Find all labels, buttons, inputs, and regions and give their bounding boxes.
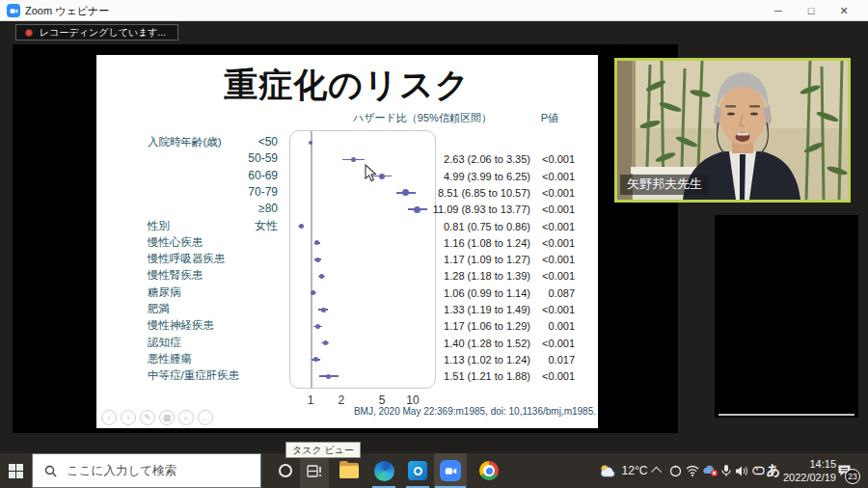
- hr-value: 1.06 (0.99 to 1.14): [415, 286, 530, 300]
- chrome-button[interactable]: [473, 453, 505, 488]
- hr-marker: [311, 290, 315, 295]
- close-button[interactable]: ✕: [827, 0, 860, 21]
- hr-value: 8.51 (6.85 to 10.57): [415, 186, 530, 200]
- minimize-button[interactable]: ─: [762, 0, 795, 21]
- row-group-label: 慢性神経疾患: [148, 318, 214, 333]
- hr-marker: [314, 240, 319, 245]
- window-titlebar: Zoom ウェビナー ─ □ ✕: [0, 0, 868, 21]
- hr-marker: [379, 174, 385, 179]
- mouse-cursor: [365, 164, 377, 186]
- windows-logo-icon: [9, 464, 23, 478]
- hr-value: 1.17 (1.09 to 1.27): [415, 253, 530, 266]
- citation-text: BMJ, 2020 May 22:369:m1985, doi: 10,1136…: [354, 406, 596, 417]
- p-value: 0.017: [532, 353, 575, 366]
- zoom-camera-icon: [440, 460, 461, 481]
- hr-marker: [351, 157, 356, 162]
- row-sub-label: 女性: [201, 219, 278, 233]
- outlook-button[interactable]: [401, 453, 434, 488]
- hr-value: 1.51 (1.21 to 1.88): [415, 369, 530, 383]
- p-value: <0.001: [532, 186, 575, 200]
- maximize-button[interactable]: □: [795, 0, 827, 21]
- chrome-icon: [479, 461, 499, 480]
- cloud-error-icon: [702, 464, 719, 477]
- microphone-button[interactable]: [719, 453, 733, 488]
- hr-value: 1.33 (1.19 to 1.49): [415, 303, 530, 316]
- hr-value: 11.09 (8.93 to 13.77): [415, 203, 530, 216]
- search-input[interactable]: [65, 463, 238, 478]
- p-value: 0.087: [532, 286, 575, 300]
- panel-scrollbar[interactable]: [719, 414, 854, 416]
- speaker-icon: [735, 465, 749, 477]
- reference-marker: [309, 141, 312, 145]
- hr-marker: [319, 274, 324, 279]
- recording-indicator[interactable]: レコーディングしています...: [15, 24, 178, 41]
- empty-video-panel: [715, 215, 858, 418]
- hr-value: 4.99 (3.99 to 6.25): [415, 170, 530, 183]
- cortana-button[interactable]: [271, 453, 300, 488]
- taskbar-clock[interactable]: 14:15 2022/02/19: [783, 457, 836, 484]
- chevron-up-icon: [651, 467, 662, 477]
- weather-widget[interactable]: [596, 453, 619, 488]
- hr-marker: [315, 324, 320, 329]
- notification-count-badge[interactable]: 23: [845, 469, 860, 484]
- row-group-label: 肥満: [148, 302, 170, 316]
- file-explorer-icon: [339, 463, 359, 478]
- speaker-video-tile[interactable]: 矢野邦夫先生: [614, 58, 851, 203]
- p-value: <0.001: [532, 170, 575, 183]
- row-sub-label: 50-59: [201, 151, 278, 166]
- taskbar-search[interactable]: [32, 453, 261, 488]
- volume-button[interactable]: [733, 453, 750, 488]
- taskview-icon: [307, 464, 323, 478]
- row-group-label: 慢性腎疾患: [148, 268, 203, 283]
- p-value: <0.001: [532, 369, 575, 383]
- p-value: <0.001: [532, 337, 575, 350]
- clock-time: 14:15: [783, 457, 836, 471]
- p-value: <0.001: [532, 303, 575, 316]
- device-icon: [752, 466, 765, 475]
- axis-tick: 10: [403, 393, 422, 407]
- window-title: Zoom ウェビナー: [25, 4, 109, 18]
- row-group-label: 中等症/重症肝疾患: [148, 368, 239, 383]
- recording-label: レコーディングしています...: [40, 26, 166, 40]
- temperature-display[interactable]: 12°C: [620, 453, 649, 488]
- hr-marker: [326, 374, 331, 379]
- clock-date: 2022/02/19: [783, 471, 836, 484]
- hr-value: 1.16 (1.08 to 1.24): [415, 236, 530, 250]
- hr-value: 1.40 (1.28 to 1.52): [415, 337, 530, 350]
- tray-expand-button[interactable]: [650, 453, 665, 488]
- windows-taskbar: 12°C: [0, 453, 868, 488]
- onedrive-button[interactable]: [701, 453, 719, 488]
- taskview-button[interactable]: [300, 453, 329, 488]
- axis-tick: 1: [301, 393, 320, 407]
- ime-indicator[interactable]: あ: [765, 453, 782, 488]
- row-sub-label: 70-79: [201, 185, 278, 200]
- hr-value: 0.81 (0.75 to 0.86): [415, 220, 530, 233]
- forest-plot-rows: 入院時年齢(歳)<5050-592.63 (2.06 to 3.35)<0.00…: [96, 55, 598, 428]
- row-sub-label: ≥80: [201, 202, 278, 216]
- speaker-name-tag: 矢野邦夫先生: [620, 175, 709, 195]
- ime-label: あ: [767, 462, 780, 479]
- start-button[interactable]: [0, 453, 32, 488]
- tray-ring-button[interactable]: [667, 453, 683, 488]
- p-value: <0.001: [532, 152, 575, 166]
- zoom-app-button[interactable]: [434, 453, 467, 488]
- zoom-webinar-window: Zoom ウェビナー ─ □ ✕ レコーディングしています... 重症化のリスク…: [0, 0, 868, 488]
- file-explorer-button[interactable]: [333, 453, 366, 488]
- edge-button[interactable]: [367, 453, 400, 488]
- hr-marker: [315, 258, 320, 262]
- temperature-label: 12°C: [622, 464, 648, 477]
- edge-icon: [374, 461, 394, 481]
- hr-value: 1.17 (1.06 to 1.29): [415, 319, 530, 333]
- device-tray-button[interactable]: [750, 453, 766, 488]
- hr-marker: [299, 224, 304, 229]
- axis-tick: 2: [332, 393, 351, 407]
- row-group-label: 慢性心疾患: [148, 235, 203, 250]
- hr-marker: [313, 357, 318, 362]
- weather-icon: [599, 464, 617, 478]
- wifi-button[interactable]: [685, 453, 700, 488]
- outlook-icon: [408, 461, 427, 480]
- row-group-label: 認知症: [148, 336, 181, 350]
- microphone-icon: [721, 464, 731, 477]
- p-value: 0.001: [532, 319, 575, 333]
- hr-marker: [402, 189, 409, 196]
